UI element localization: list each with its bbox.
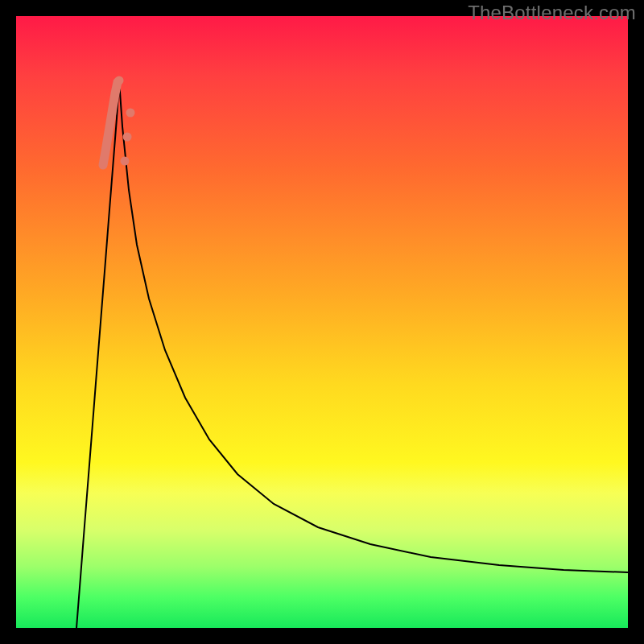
chart-dot [123, 133, 132, 142]
chart-dot [126, 109, 135, 118]
watermark-text: TheBottleneck.com [468, 2, 636, 24]
chart-dot [121, 157, 130, 166]
chart-svg [16, 16, 628, 628]
chart-series-right-curve [119, 80, 628, 572]
chart-series-left-line [76, 80, 119, 628]
plot-area [16, 16, 628, 628]
chart-frame: TheBottleneck.com [0, 0, 644, 644]
